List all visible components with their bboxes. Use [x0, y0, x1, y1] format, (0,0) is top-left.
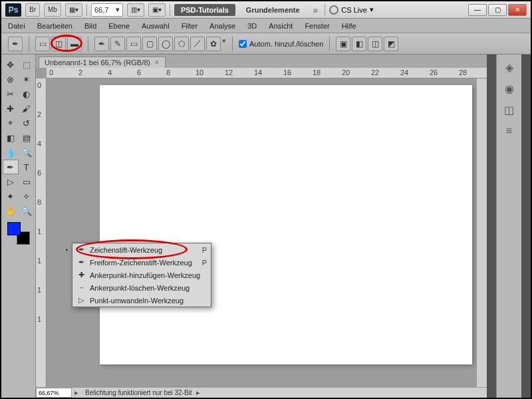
- ellipse-shape-opt[interactable]: ◯: [158, 37, 173, 51]
- path-select-tool[interactable]: ▷: [3, 174, 19, 189]
- menu-bearbeiten[interactable]: Bearbeiten: [37, 22, 72, 30]
- brush-tool[interactable]: 🖌: [19, 101, 35, 116]
- type-tool[interactable]: T: [19, 160, 35, 174]
- hand-tool[interactable]: ✋: [3, 203, 19, 218]
- menu-bild[interactable]: Bild: [84, 22, 96, 30]
- layers-panel-icon[interactable]: ◈: [501, 60, 518, 74]
- toolbox: ✥⬚ ⊗✶ ✂◐ ✚🖌 ⌖↺ ◧▤ 💧🔍 ✒T ▷▭ ✦✧ ✋🔍: [1, 55, 36, 398]
- photoshop-logo: Ps: [5, 3, 21, 17]
- flyout-item-freeform-pen[interactable]: ✒ Freiform-Zeichenstift-Werkzeug P: [72, 256, 211, 269]
- 3d-camera-tool[interactable]: ✧: [19, 189, 35, 203]
- current-tool-indicator[interactable]: ✒: [8, 37, 23, 51]
- flyout-item-delete-anchor[interactable]: － Ankerpunkt-löschen-Werkzeug: [72, 281, 211, 294]
- view-extras-button[interactable]: ▦▾: [65, 3, 82, 17]
- bridge-button[interactable]: Br: [25, 3, 40, 17]
- arrange-docs-button[interactable]: ▥▾: [127, 3, 144, 17]
- workspace-more-icon[interactable]: »: [311, 5, 321, 15]
- window-maximize-button[interactable]: ▢: [488, 4, 507, 16]
- custom-shape-opt[interactable]: ✿: [206, 37, 221, 51]
- flyout-item-convert-point[interactable]: ▷ Punkt-umwandeln-Werkzeug: [72, 294, 211, 307]
- wand-tool[interactable]: ✶: [19, 72, 35, 86]
- window-close-button[interactable]: ✕: [508, 4, 527, 16]
- cslive-label: CS Live: [341, 6, 367, 14]
- workspace-tab-dark[interactable]: PSD-Tutorials: [174, 4, 235, 16]
- menu-analyse[interactable]: Analyse: [209, 22, 235, 30]
- paths-button[interactable]: ◫: [51, 37, 66, 51]
- zoom-tool[interactable]: 🔍: [19, 203, 35, 218]
- workspace-tab-light[interactable]: Grundelemente: [239, 4, 307, 16]
- marquee-tool[interactable]: ⬚: [19, 57, 35, 72]
- stamp-tool[interactable]: ⌖: [3, 116, 19, 130]
- canvas-viewport[interactable]: [47, 78, 487, 387]
- auto-add-delete-input[interactable]: [239, 40, 247, 48]
- window-minimize-button[interactable]: —: [468, 4, 487, 16]
- menu-hilfe[interactable]: Hilfe: [342, 22, 356, 30]
- chevron-down-icon[interactable]: ▾: [222, 37, 226, 51]
- path-subtract-button[interactable]: ◧: [352, 37, 366, 51]
- dodge-tool[interactable]: 🔍: [19, 145, 35, 160]
- cslive-button[interactable]: CS Live ▾: [329, 5, 374, 15]
- eraser-tool[interactable]: ◧: [3, 130, 19, 145]
- path-intersect-button[interactable]: ◫: [368, 37, 382, 51]
- close-tab-icon[interactable]: ✕: [154, 59, 160, 66]
- separator: [86, 4, 87, 16]
- roundrect-shape-opt[interactable]: ▢: [142, 37, 157, 51]
- status-menu-icon[interactable]: ▸: [72, 388, 81, 397]
- crop-tool[interactable]: ✂: [3, 86, 19, 101]
- foreground-color-swatch[interactable]: [7, 222, 21, 235]
- path-exclude-button[interactable]: ◩: [384, 37, 398, 51]
- pen-tool[interactable]: ✒: [3, 160, 19, 174]
- menu-auswahl[interactable]: Auswahl: [142, 22, 170, 30]
- color-swatches[interactable]: [7, 222, 30, 245]
- flyout-item-label: Freiform-Zeichenstift-Werkzeug: [90, 259, 192, 267]
- 3d-tool[interactable]: ✦: [3, 189, 19, 203]
- menu-datei[interactable]: Datei: [8, 22, 25, 30]
- zoom-status-field[interactable]: 66,67%: [36, 388, 72, 398]
- canvas[interactable]: [100, 85, 472, 364]
- adjustments-panel-icon[interactable]: ◫: [501, 102, 518, 117]
- separator: [170, 4, 170, 16]
- menu-filter[interactable]: Filter: [182, 22, 198, 30]
- menu-ebene[interactable]: Ebene: [108, 22, 130, 30]
- document-tab[interactable]: Unbenannt-1 bei 66,7% (RGB/8) ✕: [39, 57, 166, 68]
- history-brush-tool[interactable]: ↺: [19, 116, 35, 130]
- minibridge-button[interactable]: Mb: [44, 3, 61, 17]
- auto-add-delete-checkbox[interactable]: Autom. hinzuf./löschen: [239, 40, 323, 48]
- status-text: Belichtung funktioniert nur bei 32-Bit: [81, 389, 196, 396]
- menu-ansicht[interactable]: Ansicht: [269, 22, 293, 30]
- panel-collapse-strip[interactable]: [487, 55, 496, 398]
- pen-icon: ✒: [76, 245, 86, 254]
- menu-3d[interactable]: 3D: [247, 22, 257, 30]
- line-shape-opt[interactable]: ／: [190, 37, 205, 51]
- flyout-item-add-anchor[interactable]: ✚ Ankerpunkt-hinzufügen-Werkzeug: [72, 269, 211, 281]
- move-tool[interactable]: ✥: [3, 57, 19, 72]
- flyout-item-shortcut: P: [202, 246, 207, 254]
- history-panel-icon[interactable]: ≡: [501, 124, 518, 138]
- rect-shape-opt[interactable]: ▭: [126, 37, 141, 51]
- polygon-shape-opt[interactable]: ⬠: [174, 37, 189, 51]
- fill-pixels-button[interactable]: ▬: [67, 37, 82, 51]
- zoom-field[interactable]: 66,7▾: [91, 3, 123, 17]
- panel-collapse-strip[interactable]: [521, 55, 531, 398]
- shape-layers-button[interactable]: ▭: [35, 37, 50, 51]
- flyout-item-pen[interactable]: ✒ Zeichenstift-Werkzeug P: [72, 243, 211, 256]
- heal-tool[interactable]: ✚: [3, 101, 19, 116]
- shape-tool[interactable]: ▭: [19, 174, 35, 189]
- gradient-tool[interactable]: ▤: [19, 130, 35, 145]
- flyout-item-shortcut: P: [202, 259, 207, 267]
- path-combine-button[interactable]: ▣: [336, 37, 350, 51]
- vertical-ruler: 024681111: [36, 78, 47, 387]
- delete-anchor-icon: －: [76, 283, 86, 293]
- menu-fenster[interactable]: Fenster: [305, 22, 329, 30]
- pen-tool-opt[interactable]: ✒: [94, 37, 109, 51]
- horizontal-scrollbar[interactable]: [200, 388, 487, 398]
- lasso-tool[interactable]: ⊗: [3, 72, 19, 86]
- blur-tool[interactable]: 💧: [3, 145, 19, 160]
- color-panel-icon[interactable]: ◉: [501, 81, 518, 96]
- screen-mode-button[interactable]: ▣▾: [148, 3, 166, 17]
- chevron-down-icon: ▾: [370, 5, 374, 14]
- eyedropper-tool[interactable]: ◐: [19, 86, 35, 101]
- flyout-item-label: Zeichenstift-Werkzeug: [90, 246, 162, 254]
- freeform-pen-opt[interactable]: ✎: [110, 37, 125, 51]
- vertical-scrollbar[interactable]: [476, 78, 487, 387]
